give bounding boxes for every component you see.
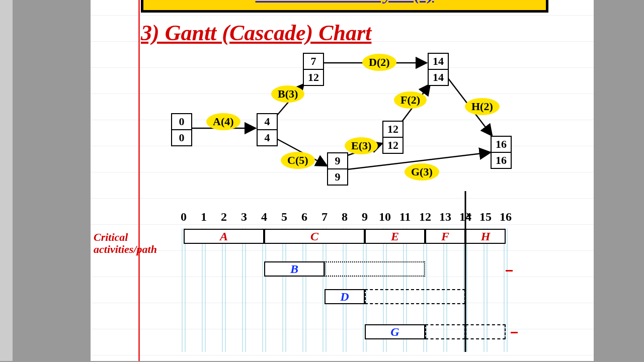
activity-label-D: D(2) — [362, 54, 396, 71]
axis-tick-6: 6 — [301, 210, 307, 224]
activity-label-G: G(3) — [405, 163, 439, 180]
axis-tick-12: 12 — [419, 210, 431, 224]
gantt-bar-F: F — [425, 229, 465, 244]
mouse-cursor-icon: ➤ — [465, 210, 472, 220]
annotation-critical-path: Critical activities/path — [94, 231, 164, 255]
gantt-chart: 012345678910111213141516ACEFHBDG — [184, 211, 526, 357]
gantt-bar-G: G — [365, 324, 425, 339]
activity-label-A: A(4) — [206, 113, 240, 130]
scribble-mark — [506, 270, 513, 272]
axis-tick-1: 1 — [201, 210, 207, 224]
gantt-float-B — [325, 261, 425, 277]
network-node-n4: 1212 — [382, 121, 404, 154]
axis-tick-7: 7 — [321, 210, 328, 224]
gantt-float-G — [465, 324, 506, 339]
activity-label-F: F(2) — [394, 92, 427, 109]
activity-label-C: C(5) — [281, 152, 315, 169]
page-gutter — [0, 0, 13, 361]
scribble-mark — [511, 332, 518, 333]
axis-tick-16: 16 — [500, 210, 512, 224]
axis-tick-3: 3 — [241, 210, 247, 224]
axis-tick-10: 10 — [379, 210, 391, 224]
activity-label-H: H(2) — [465, 98, 500, 115]
axis-tick-5: 5 — [281, 210, 287, 224]
axis-tick-15: 15 — [479, 210, 492, 224]
network-node-n3: 99 — [327, 152, 348, 186]
network-node-n6: 1616 — [491, 136, 512, 169]
activity-label-E: E(3) — [345, 137, 378, 154]
gantt-float-G — [425, 324, 465, 339]
axis-tick-8: 8 — [342, 210, 348, 224]
axis-tick-11: 11 — [399, 210, 411, 224]
gantt-bar-H: H — [465, 229, 506, 244]
axis-tick-4: 4 — [261, 210, 267, 224]
gantt-bar-A: A — [184, 229, 264, 244]
margin-rule — [138, 0, 140, 361]
network-node-n2: 712 — [303, 53, 324, 86]
axis-tick-13: 13 — [439, 210, 451, 224]
axis-tick-0: 0 — [181, 210, 187, 224]
axis-tick-2: 2 — [221, 210, 227, 224]
slide-title-box: Critical Path Analysis (3) — [141, 0, 548, 13]
activity-label-B: B(3) — [271, 85, 304, 103]
gantt-bar-C: C — [264, 229, 365, 244]
network-node-n1: 44 — [257, 113, 278, 146]
notebook-sheet: Critical Path Analysis (3) 3) Gantt (Cas… — [91, 0, 594, 361]
axis-tick-9: 9 — [362, 210, 368, 224]
gantt-bar-E: E — [365, 229, 425, 244]
slide-title: Critical Path Analysis (3) — [143, 0, 546, 4]
gantt-bar-D: D — [325, 289, 365, 304]
gantt-float-D — [365, 289, 465, 304]
network-diagram: 004471299121214141616A(4)B(3)C(5)D(2)E(3… — [166, 48, 528, 194]
network-node-n5: 1414 — [428, 53, 449, 86]
gantt-bar-B: B — [264, 261, 325, 277]
network-node-n0: 00 — [171, 113, 192, 146]
section-heading: 3) Gantt (Cascade) Chart — [141, 20, 371, 46]
